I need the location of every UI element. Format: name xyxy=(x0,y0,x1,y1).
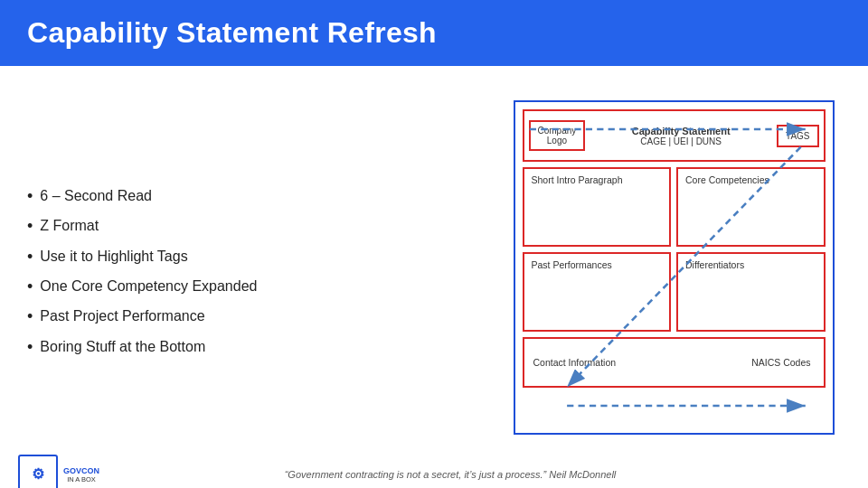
govcon-sub: IN A BOX xyxy=(67,475,96,483)
bullet-dot: • xyxy=(27,247,33,267)
bullet-dot: • xyxy=(27,186,33,207)
footer-logo: ⚙ GOVCON IN A BOX xyxy=(18,455,99,488)
diagram-container: Company Logo Capability Statement CAGE |… xyxy=(514,100,835,435)
govcon-brand: GOVCON xyxy=(63,466,99,475)
page-title: Capability Statement Refresh xyxy=(27,16,437,49)
contact-info-box: Contact Information xyxy=(524,352,748,372)
bullet-dot: • xyxy=(27,216,33,237)
bullet-dot: • xyxy=(27,277,33,297)
bullet-dot: • xyxy=(27,306,33,327)
logo-line1: Company xyxy=(538,126,577,136)
bullet-dot: • xyxy=(27,337,33,358)
footer: ⚙ GOVCON IN A BOX “Government contractin… xyxy=(0,460,868,488)
short-intro-box: Short Intro Paragraph xyxy=(523,167,672,247)
bullet-text-1: 6 – Second Read xyxy=(40,186,152,206)
bullet-text-4: One Core Competency Expanded xyxy=(40,277,257,296)
diagram-bottom-row: Contact Information NAICS Codes xyxy=(523,337,826,388)
diagram-panel: Company Logo Capability Statement CAGE |… xyxy=(506,84,841,451)
cap-statement-sub: CAGE | UEI | DUNS xyxy=(591,136,770,146)
list-item: • One Core Competency Expanded xyxy=(27,272,488,302)
govcon-logo: ⚙ xyxy=(18,455,58,488)
core-competencies-box: Core Competencies xyxy=(676,167,826,247)
differentiators-box: Differentiators xyxy=(676,252,826,332)
tags-box: TAGS xyxy=(777,125,818,147)
govcon-text: GOVCON IN A BOX xyxy=(63,466,99,483)
list-item: • 6 – Second Read xyxy=(27,182,488,211)
header: Capability Statement Refresh xyxy=(0,0,868,66)
main-content: • 6 – Second Read • Z Format • Use it to… xyxy=(0,66,868,460)
list-item: • Use it to Highlight Tags xyxy=(27,242,488,272)
diagram-middle: Short Intro Paragraph Core Competencies … xyxy=(523,167,826,332)
diagram-row-1: Short Intro Paragraph Core Competencies xyxy=(523,167,826,247)
bullet-list: • 6 – Second Read • Z Format • Use it to… xyxy=(27,84,488,451)
list-item: • Past Project Performance xyxy=(27,302,488,332)
past-performances-box: Past Performances xyxy=(523,252,672,332)
bullet-text-3: Use it to Highlight Tags xyxy=(40,247,187,267)
capability-statement-box: Capability Statement CAGE | UEI | DUNS xyxy=(590,124,772,148)
logo-line2: Logo xyxy=(547,136,567,145)
gear-icon: ⚙ xyxy=(32,467,44,482)
list-item: • Boring Stuff at the Bottom xyxy=(27,333,488,362)
naics-codes-box: NAICS Codes xyxy=(747,352,823,372)
cap-statement-bold: Capability Statement xyxy=(591,126,770,136)
bullet-text-5: Past Project Performance xyxy=(40,306,204,326)
company-logo-box: Company Logo xyxy=(529,120,586,151)
bullet-text-6: Boring Stuff at the Bottom xyxy=(40,337,205,357)
footer-quote: “Government contracting is not a secret,… xyxy=(99,469,801,480)
diagram-row-2: Past Performances Differentiators xyxy=(523,252,826,332)
bullet-text-2: Z Format xyxy=(40,216,99,236)
diagram-top-row: Company Logo Capability Statement CAGE |… xyxy=(523,109,826,162)
list-item: • Z Format xyxy=(27,211,488,241)
